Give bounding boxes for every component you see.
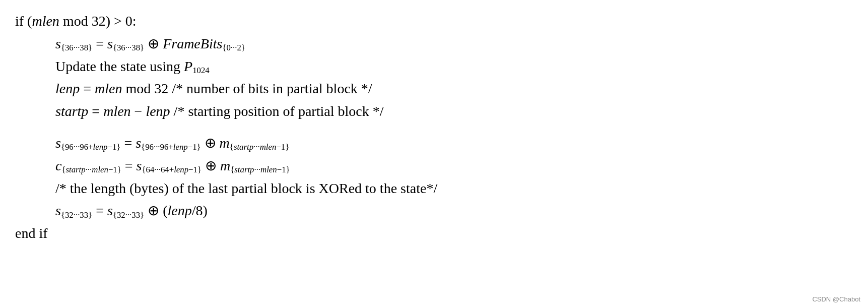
algorithm-content: if (mlen mod 32) > 0: s{36···38} = s{36·…: [15, 10, 853, 245]
watermark: CSDN @Chabot: [812, 295, 860, 303]
line-if-condition: if (mlen mod 32) > 0:: [15, 10, 853, 33]
line-s-36-38-xor: s{36···38} = s{36···38} ⊕ FrameBits{0···…: [15, 33, 853, 55]
line-lenp-eq: lenp = mlen mod 32 /* number of bits in …: [15, 78, 853, 100]
line-s-96-xor: s{96···96+lenp−1} = s{96···96+lenp−1} ⊕ …: [15, 132, 853, 155]
line-c-startp-xor: c{startp···mlen−1} = s{64···64+lenp−1} ⊕…: [15, 155, 853, 177]
line-s-32-33-xor: s{32···33} = s{32···33} ⊕ (lenp/8): [15, 200, 853, 222]
line-comment-length: /* the length (bytes) of the last partia…: [15, 177, 853, 200]
line-update-state: Update the state using P1024: [15, 55, 853, 78]
line-end-if: end if: [15, 222, 853, 245]
line-startp-eq: startp = mlen − lenp /* starting positio…: [15, 100, 853, 123]
